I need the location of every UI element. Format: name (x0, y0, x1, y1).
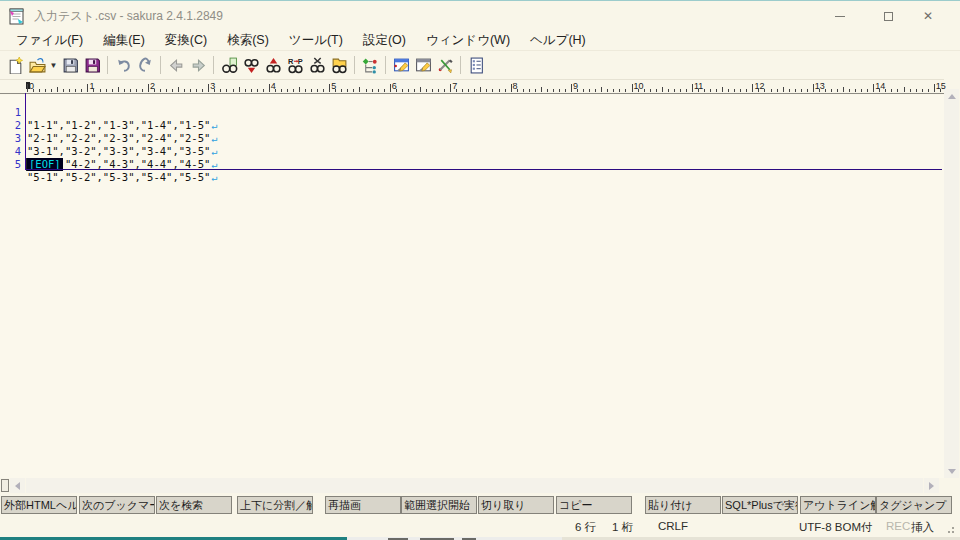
save-icon (62, 57, 79, 74)
undo-button[interactable] (112, 54, 134, 76)
ruler-tick (662, 87, 663, 92)
ruler-tick (160, 89, 161, 92)
ruler-tick (329, 84, 330, 92)
keyword-settings-button[interactable] (434, 54, 456, 76)
funckey-cut[interactable]: 切り取り (478, 496, 554, 514)
grep-button[interactable] (328, 54, 350, 76)
ruler-tick (27, 84, 28, 92)
maximize-button[interactable] (872, 2, 904, 30)
menu-settings[interactable]: 設定(O) (353, 30, 416, 51)
find-next-button[interactable] (240, 54, 262, 76)
funckey-split-window[interactable]: 上下に分割／解除 (237, 496, 313, 514)
vertical-scrollbar[interactable] (944, 89, 959, 478)
ruler-tick (535, 89, 536, 92)
menu-file[interactable]: ファイル(F) (6, 30, 93, 51)
clear-search-mark-button[interactable] (306, 54, 328, 76)
save-as-button[interactable] (81, 54, 103, 76)
ruler-tick (293, 89, 294, 92)
find-next-icon (243, 57, 260, 74)
ruler-tick (480, 87, 481, 92)
scroll-left-button[interactable] (10, 478, 25, 493)
ruler-tick (408, 89, 409, 92)
menu-search[interactable]: 検索(S) (217, 30, 279, 51)
scroll-up-button[interactable] (944, 89, 959, 103)
funckey-find-next[interactable]: 次を検索 (156, 496, 232, 514)
text-edit-area[interactable]: 1 "1-1","1-2","1-3","1-4","1-5"↵ 2 "2-1"… (0, 95, 944, 478)
menu-help[interactable]: ヘルプ(H) (520, 30, 596, 51)
open-file-button[interactable] (26, 54, 48, 76)
arrow-left-icon (15, 482, 20, 490)
minimize-button[interactable] (824, 2, 856, 30)
funckey-tag-jump[interactable]: タグジャンプ (876, 496, 952, 514)
ruler-tick (51, 89, 52, 92)
outline-analysis-button[interactable] (359, 54, 381, 76)
ruler-tick (184, 89, 185, 92)
resize-grip-icon[interactable] (946, 525, 956, 535)
back-arrow-icon (168, 57, 185, 74)
ruler-tick (226, 89, 227, 92)
funckey-outline-analysis[interactable]: アウトライン解析 (800, 496, 876, 514)
menu-edit[interactable]: 編集(E) (93, 30, 155, 51)
ruler-number: 14 (875, 81, 885, 91)
replace-button[interactable]: RP (284, 54, 306, 76)
close-button[interactable]: ✕ (912, 2, 944, 30)
list-document-icon (468, 57, 485, 74)
ruler-tick (692, 84, 693, 92)
ruler-number: 9 (573, 81, 578, 91)
ruler-number: 8 (513, 81, 518, 91)
funckey-paste[interactable]: 貼り付け (645, 496, 721, 514)
ruler-tick (468, 89, 469, 92)
title-bar: 入力テスト.csv - sakura 2.4.1.2849 ✕ (0, 2, 960, 30)
editor-line: 4 "4-1","4-2","4-3","4-4","4-5"↵ (0, 132, 940, 145)
common-settings-button[interactable] (412, 54, 434, 76)
funckey-begin-selection[interactable]: 範囲選択開始 (401, 496, 477, 514)
ruler-tick (607, 89, 608, 92)
minimize-icon (835, 16, 845, 17)
ruler-tick (208, 84, 209, 92)
history-forward-button[interactable] (187, 54, 209, 76)
ruler-tick (547, 89, 548, 92)
ruler-tick (801, 89, 802, 92)
ruler-tick (239, 87, 240, 92)
ruler-tick (178, 87, 179, 92)
ruler-tick (378, 89, 379, 92)
ruler-tick (124, 89, 125, 92)
vertical-split-handle[interactable] (1, 479, 9, 492)
ruler-tick (523, 89, 524, 92)
maximize-icon (884, 12, 893, 21)
menu-tools[interactable]: ツール(T) (279, 30, 353, 51)
ruler-tick (233, 89, 234, 92)
macro-list-button[interactable] (465, 54, 487, 76)
ruler-tick (529, 89, 530, 92)
horizontal-scrollbar[interactable] (0, 478, 960, 494)
find-button[interactable] (218, 54, 240, 76)
ruler-tick (674, 89, 675, 92)
find-prev-button[interactable] (262, 54, 284, 76)
ruler-tick (565, 89, 566, 92)
type-settings-button[interactable] (390, 54, 412, 76)
scroll-right-button[interactable] (924, 478, 939, 493)
ruler-tick (583, 89, 584, 92)
history-back-button[interactable] (165, 54, 187, 76)
menu-convert[interactable]: 変換(C) (155, 30, 217, 51)
ruler-tick (347, 89, 348, 92)
new-file-button[interactable] (4, 54, 26, 76)
ruler-tick (559, 89, 560, 92)
funckey-sqlplus-exec[interactable]: SQL*Plusで実行 (722, 496, 798, 514)
open-file-dropdown[interactable]: ▼ (48, 54, 59, 76)
ruler-tick (499, 89, 500, 92)
ruler-tick (644, 89, 645, 92)
ruler-tick (650, 89, 651, 92)
funckey-external-html-help[interactable]: 外部HTMLヘルプ (1, 496, 77, 514)
ruler-tick (625, 89, 626, 92)
ruler-number: 12 (754, 81, 764, 91)
menu-window[interactable]: ウィンドウ(W) (416, 30, 520, 51)
horizontal-scroll-track[interactable] (26, 478, 923, 493)
funckey-redraw[interactable]: 再描画 (325, 496, 401, 514)
redo-button[interactable] (134, 54, 156, 76)
ruler-tick (414, 89, 415, 92)
save-button[interactable] (59, 54, 81, 76)
funckey-copy[interactable]: コピー (556, 496, 632, 514)
scroll-down-button[interactable] (944, 464, 959, 478)
funckey-next-bookmark[interactable]: 次のブックマーク (79, 496, 155, 514)
